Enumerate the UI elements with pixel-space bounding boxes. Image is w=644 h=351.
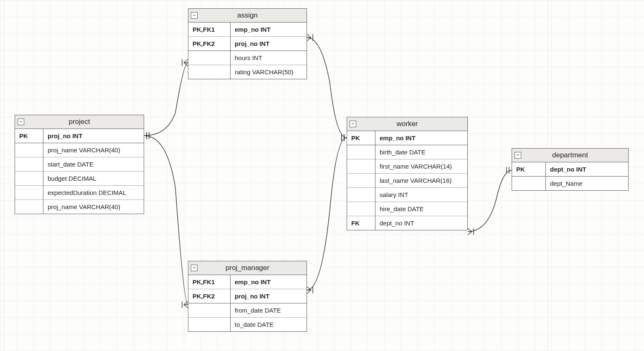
key-cell (347, 145, 375, 159)
key-cell (15, 200, 43, 214)
table-row[interactable]: to_date DATE (188, 318, 307, 332)
table-row[interactable]: salary INT (347, 188, 467, 202)
key-cell (15, 157, 43, 172)
table-row[interactable]: hire_date DATE (347, 202, 467, 216)
key-cell (188, 303, 231, 318)
table-row[interactable]: PK,FK2proj_no INT (188, 37, 307, 51)
table-row[interactable]: PK,FK2proj_no INT (188, 289, 307, 303)
collapse-icon[interactable]: − (350, 121, 356, 127)
key-cell (188, 318, 231, 332)
key-cell (512, 177, 546, 191)
key-cell: PK,FK2 (188, 289, 231, 303)
table-row[interactable]: PKemp_no INT (347, 131, 467, 145)
key-cell (188, 65, 231, 79)
column-cell: hours INT (231, 51, 307, 65)
column-cell: dept_Name (546, 177, 629, 191)
key-cell: PK,FK2 (188, 37, 231, 51)
entity-header[interactable]: −department (512, 149, 628, 162)
table-row[interactable]: PKproj_no INT (15, 129, 144, 143)
column-cell: proj_no INT (231, 37, 307, 51)
column-cell: expectedDuration DECIMAL (43, 186, 144, 200)
table-row[interactable]: birth_date DATE (347, 145, 467, 159)
column-cell: emp_no INT (231, 275, 307, 289)
table-row[interactable]: first_name VARCHAR(14) (347, 159, 467, 174)
collapse-icon[interactable]: − (18, 119, 24, 125)
column-cell: proj_name VARCHAR(40) (43, 143, 144, 157)
table-row[interactable]: PK,FK1emp_no INT (188, 275, 307, 289)
key-cell (347, 188, 375, 202)
column-cell: salary INT (375, 188, 468, 202)
entity-assign[interactable]: −assignPK,FK1emp_no INTPK,FK2proj_no INT… (188, 8, 307, 79)
column-cell: last_name VARCHAR(16) (375, 174, 468, 188)
column-cell: birth_date DATE (375, 145, 468, 159)
entity-header[interactable]: −worker (347, 117, 467, 131)
table-row[interactable]: expectedDuration DECIMAL (15, 186, 144, 200)
entity-department[interactable]: −departmentPKdept_no INTdept_Name (512, 148, 629, 191)
key-cell: PK (15, 129, 43, 143)
column-cell: proj_no INT (43, 129, 144, 143)
column-cell: emp_no INT (375, 131, 468, 145)
entity-worker[interactable]: −workerPKemp_no INTbirth_date DATEfirst_… (347, 117, 468, 230)
key-cell: PK (347, 131, 375, 145)
column-cell: proj_no INT (231, 289, 307, 303)
key-cell (347, 202, 375, 216)
column-cell: start_date DATE (43, 157, 144, 172)
collapse-icon[interactable]: − (191, 265, 198, 271)
collapse-icon[interactable]: − (515, 152, 521, 159)
table-row[interactable]: FKdept_no INT (347, 216, 467, 230)
entity-title: proj_manager (226, 264, 269, 272)
key-cell (15, 172, 43, 186)
table-row[interactable]: rating VARCHAR(50) (188, 65, 307, 79)
table-row[interactable]: budget DECIMAL (15, 172, 144, 186)
entity-proj_manager[interactable]: −proj_managerPK,FK1emp_no INTPK,FK2proj_… (188, 261, 307, 332)
entity-title: worker (396, 120, 418, 128)
guide-line-left (4, 0, 5, 351)
key-cell (15, 186, 43, 200)
table-row[interactable]: hours INT (188, 51, 307, 65)
key-cell (188, 51, 231, 65)
entity-header[interactable]: −assign (188, 9, 307, 23)
column-cell: dept_no INT (546, 162, 629, 177)
column-cell: to_date DATE (231, 318, 307, 332)
column-cell: budget DECIMAL (43, 172, 144, 186)
column-cell: hire_date DATE (375, 202, 468, 216)
table-row[interactable]: proj_name VARCHAR(40) (15, 200, 144, 214)
entity-header[interactable]: −project (15, 115, 144, 129)
table-row[interactable]: dept_Name (512, 177, 628, 191)
table-row[interactable]: start_date DATE (15, 157, 144, 172)
key-cell: PK (512, 162, 546, 177)
entity-title: department (552, 151, 588, 159)
collapse-icon[interactable]: − (191, 12, 198, 19)
column-cell: emp_no INT (231, 23, 307, 37)
table-row[interactable]: PK,FK1emp_no INT (188, 23, 307, 37)
table-row[interactable]: proj_name VARCHAR(40) (15, 143, 144, 157)
column-cell: from_date DATE (231, 303, 307, 318)
column-cell: proj_name VARCHAR(40) (43, 200, 144, 214)
table-row[interactable]: last_name VARCHAR(16) (347, 174, 467, 188)
key-cell (15, 143, 43, 157)
key-cell: PK,FK1 (188, 23, 231, 37)
key-cell: FK (347, 216, 375, 230)
entity-header[interactable]: −proj_manager (188, 261, 307, 275)
entity-title: assign (237, 11, 258, 19)
key-cell (347, 174, 375, 188)
key-cell (347, 159, 375, 174)
column-cell: rating VARCHAR(50) (231, 65, 307, 79)
entity-project[interactable]: −projectPKproj_no INTproj_name VARCHAR(4… (15, 115, 144, 214)
column-cell: dept_no INT (375, 216, 468, 230)
entity-title: project (68, 118, 90, 126)
column-cell: first_name VARCHAR(14) (375, 159, 468, 174)
table-row[interactable]: PKdept_no INT (512, 162, 628, 177)
table-row[interactable]: from_date DATE (188, 303, 307, 318)
key-cell: PK,FK1 (188, 275, 231, 289)
